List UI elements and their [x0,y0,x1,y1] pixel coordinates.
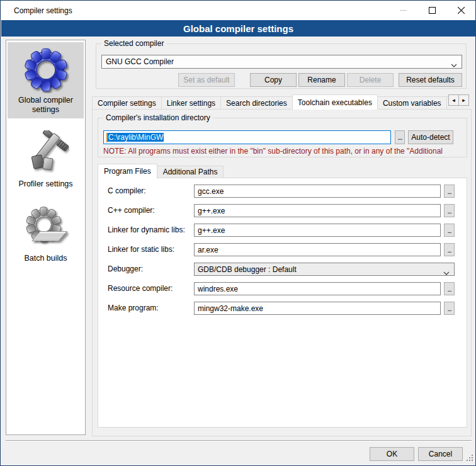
bin-subdirectory-note: NOTE: All programs must exist either in … [103,147,467,156]
make-program-label: Make program: [108,304,159,312]
window-controls [388,1,475,20]
dynamic-linker-browse-button[interactable]: ... [444,224,455,237]
arrow-right-icon: ▸ [462,98,465,103]
field-row-debugger: Debugger: GDB/CDB debugger : Default [98,263,467,276]
resize-grip-icon[interactable] [465,453,473,463]
program-files-panel: C compiler: ... C++ compiler: ... Linker… [98,178,467,428]
maximize-icon [429,6,436,16]
cancel-button[interactable]: Cancel [418,447,463,461]
debugger-select[interactable]: GDB/CDB debugger : Default [194,263,455,276]
tab-custom-variables[interactable]: Custom variables [377,96,447,110]
sidebar-item-batch-builds[interactable]: Batch builds [8,200,84,267]
program-tabs: Program Files Additional Paths [98,163,223,178]
installation-directory-group: Compiler's installation directory C:\ray… [98,118,467,157]
titlebar: Compiler settings [1,1,475,20]
debugger-select-value: GDB/CDB debugger : Default [198,265,297,274]
field-row-cpp-compiler: C++ compiler: ... [98,204,467,218]
static-linker-label: Linker for static libs: [108,245,174,254]
gray-gear-stack-icon [22,204,70,252]
compiler-select[interactable]: GNU GCC Compiler [101,55,462,69]
delete-button[interactable]: Delete [347,73,394,87]
dynamic-linker-input[interactable] [194,224,441,237]
settings-tabs: Compiler settings Linker settings Search… [92,93,448,110]
subtab-additional-paths[interactable]: Additional Paths [157,166,224,178]
arrow-left-icon: ◂ [452,98,455,103]
cpp-compiler-label: C++ compiler: [108,206,155,215]
tab-scroll-right-button[interactable]: ▸ [458,94,469,106]
caliper-icon [22,130,70,178]
tab-compiler-settings[interactable]: Compiler settings [92,96,162,110]
field-row-make-program: Make program: ... [98,302,467,315]
sidebar-item-label: Batch builds [9,254,82,263]
cpp-compiler-input[interactable] [194,204,441,217]
tab-linker-settings[interactable]: Linker settings [161,96,221,110]
field-row-static-linker: Linker for static libs: ... [98,243,467,257]
dialog-header: Global compiler settings [1,20,475,37]
tab-search-directories[interactable]: Search directories [220,96,293,110]
ok-button[interactable]: OK [370,447,414,461]
installation-directory-group-label: Compiler's installation directory [103,113,213,122]
field-row-resource-compiler: Resource compiler: ... [98,282,467,296]
field-row-c-compiler: C compiler: ... [98,185,467,198]
chevron-down-icon [451,60,457,69]
make-program-browse-button[interactable]: ... [444,302,455,315]
debugger-label: Debugger: [108,264,143,273]
auto-detect-button[interactable]: Auto-detect [408,130,453,144]
copy-button[interactable]: Copy [250,73,297,87]
cpp-compiler-browse-button[interactable]: ... [444,204,455,217]
tab-toolchain-executables[interactable]: Toolchain executables [292,94,378,110]
c-compiler-label: C compiler: [108,186,146,195]
static-linker-browse-button[interactable]: ... [444,243,455,256]
window-title: Compiler settings [1,6,72,15]
field-row-dynamic-linker: Linker for dynamic libs: ... [98,224,467,237]
minimize-button[interactable] [388,1,417,20]
selected-compiler-group-label: Selected compiler [101,39,166,48]
settings-category-list: Global compiler settings [6,40,86,435]
subtab-program-files[interactable]: Program Files [98,164,157,179]
sidebar-item-label: Profiler settings [9,179,82,189]
make-program-input[interactable] [194,302,441,315]
resource-compiler-input[interactable] [194,282,441,295]
compiler-select-value: GNU GCC Compiler [106,57,174,66]
browse-directory-button[interactable]: ... [395,130,405,144]
footer-divider [6,440,472,441]
c-compiler-browse-button[interactable]: ... [444,185,455,198]
tab-scroll-buttons: ◂ ▸ [448,94,469,106]
close-icon [458,6,465,16]
tab-scroll-left-button[interactable]: ◂ [448,94,459,106]
compiler-actions: Set as default Copy Rename Delete Reset … [101,73,462,87]
chevron-down-icon [443,268,450,277]
sidebar-item-profiler-settings[interactable]: Profiler settings [8,126,84,193]
selected-compiler-group: Selected compiler GNU GCC Compiler Set a… [96,43,467,89]
installation-directory-input[interactable]: C:\raylib\MinGW [103,130,391,144]
resource-compiler-label: Resource compiler: [108,284,173,293]
sidebar-item-label: Global compiler settings [9,96,82,115]
toolchain-executables-panel: Compiler's installation directory C:\ray… [92,109,472,436]
dynamic-linker-label: Linker for dynamic libs: [108,225,185,234]
minimize-icon [400,6,407,16]
maximize-button[interactable] [417,1,446,20]
close-button[interactable] [446,1,475,20]
reset-defaults-button[interactable]: Reset defaults [399,73,462,87]
rename-button[interactable]: Rename [298,73,345,87]
resource-compiler-browse-button[interactable]: ... [444,282,455,295]
sidebar-item-global-compiler-settings[interactable]: Global compiler settings [8,42,84,118]
compiler-settings-dialog: Compiler settings Global compiler settin… [0,0,476,466]
installation-directory-value: C:\raylib\MinGW [108,133,164,142]
blue-gear-icon [22,46,70,94]
c-compiler-input[interactable] [194,185,441,198]
set-as-default-button[interactable]: Set as default [178,73,235,87]
static-linker-input[interactable] [194,243,441,256]
